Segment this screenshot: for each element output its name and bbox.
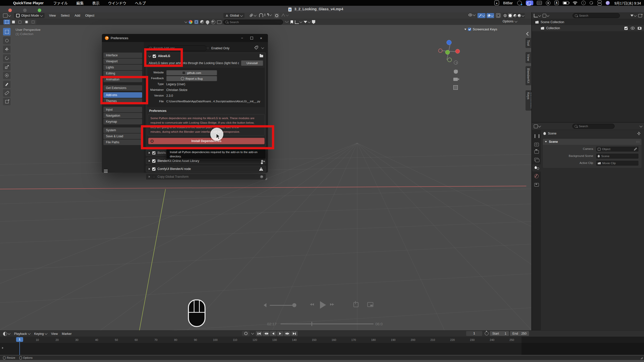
menubar-item-help[interactable]: ヘルプ: [135, 0, 146, 6]
time-machine-icon[interactable]: !: [581, 1, 586, 5]
tab-output-icon[interactable]: [534, 150, 539, 154]
corner-resize-grip-icon[interactable]: [639, 356, 643, 359]
shading-wireframe-icon[interactable]: [503, 14, 507, 17]
gizmo-z-axis[interactable]: [447, 40, 452, 45]
prefs-tab-interface[interactable]: Interface: [103, 53, 142, 58]
options-dropdown[interactable]: Options: [503, 20, 517, 23]
addon-checkbox[interactable]: [152, 151, 155, 155]
auto-keying-button[interactable]: [242, 331, 250, 336]
asset-type-brush-icon[interactable]: [205, 20, 210, 25]
viewport-grid-toggle-icon[interactable]: [453, 85, 458, 90]
snap-target-dropdown[interactable]: [265, 14, 271, 16]
menu-select[interactable]: Select: [61, 14, 70, 17]
asset-type-material-icon[interactable]: [200, 20, 204, 24]
prefs-tab-system[interactable]: System: [103, 127, 142, 133]
asset-type-model-icon[interactable]: [194, 20, 198, 24]
traffic-light-zoom[interactable]: [38, 9, 41, 12]
prefs-tab-lights[interactable]: Lights: [103, 65, 142, 70]
magnet-icon[interactable]: [259, 13, 263, 17]
sidebar-tab-blenderkit[interactable]: BlenderKit: [526, 66, 531, 85]
menu-view[interactable]: View: [49, 14, 56, 17]
outliner-row-scene-collection[interactable]: Scene Collection: [532, 19, 644, 25]
play-status-icon[interactable]: [546, 1, 550, 5]
traffic-light-minimize[interactable]: [23, 9, 27, 12]
qt-share-icon[interactable]: [353, 302, 358, 307]
breadcrumb-scene[interactable]: Scene: [548, 132, 556, 135]
screencast-keys-toggle[interactable]: Screencast Keys: [464, 27, 497, 31]
tool-add-object[interactable]: +: [3, 98, 11, 105]
asset-type-hdr-icon[interactable]: [211, 20, 215, 24]
menubar-item-file[interactable]: ファイル: [53, 0, 68, 6]
show-hide-dropdown[interactable]: [468, 14, 475, 16]
qt-rewind-button[interactable]: [310, 303, 314, 306]
active-clip-field[interactable]: Movie Clip: [596, 161, 638, 166]
timeline-editor-type[interactable]: [3, 332, 10, 336]
prefs-tab-keymap[interactable]: Keymap: [103, 119, 142, 124]
siri-icon[interactable]: [606, 1, 610, 5]
outliner-search-input[interactable]: Search: [573, 13, 620, 18]
channels-collapse-icon[interactable]: [2, 347, 4, 349]
addon-collapse-icon[interactable]: [149, 176, 150, 178]
current-frame-field[interactable]: 1: [466, 331, 482, 336]
select-mode-lasso[interactable]: [23, 20, 30, 24]
tab-world-icon[interactable]: [534, 174, 539, 178]
menubar-item-edit[interactable]: 編集: [76, 0, 84, 6]
report-bug-button[interactable]: Report a Bug: [166, 76, 217, 81]
qt-progress-bar[interactable]: [280, 324, 374, 324]
eyedropper-icon[interactable]: [634, 148, 637, 151]
addon-collapse-icon[interactable]: [149, 152, 150, 154]
collection-hide-icon[interactable]: [631, 27, 635, 30]
bookmark-icon[interactable]: [291, 20, 293, 24]
filter-dropdown[interactable]: [304, 21, 310, 23]
overlays-toggle[interactable]: [487, 13, 494, 18]
sidebar-tab-tool[interactable]: Tool: [526, 38, 531, 48]
gizmo-x-axis-neg[interactable]: [438, 49, 442, 53]
outliner-row-collection[interactable]: Collection: [532, 25, 644, 31]
preferences-titlebar[interactable]: Preferences − ×: [102, 34, 268, 42]
window-resize-grip-icon[interactable]: [264, 177, 267, 180]
viewport-pan-icon[interactable]: [454, 69, 458, 74]
tool-move[interactable]: [3, 46, 11, 53]
collection-render-icon[interactable]: [638, 27, 641, 30]
menubar-item-view[interactable]: 表示: [92, 0, 99, 6]
select-mode-circle[interactable]: [17, 20, 23, 24]
addon-row-copy-global-transform[interactable]: Copy Global Transform: [146, 174, 266, 180]
menu-add[interactable]: Add: [75, 14, 80, 17]
properties-options-chevron-icon[interactable]: [639, 124, 642, 127]
tab-tool-icon[interactable]: [535, 134, 539, 138]
timeline-menu-keying[interactable]: Keying: [34, 332, 47, 336]
prefs-tab-save-load[interactable]: Save & Load: [103, 133, 142, 139]
timeline-menu-view[interactable]: View: [51, 332, 58, 336]
qt-pip-icon[interactable]: [367, 302, 373, 307]
screencast-keys-disclosure-icon[interactable]: [464, 29, 466, 30]
free-assets-icon[interactable]: [285, 21, 289, 24]
record-status-icon[interactable]: [517, 1, 522, 5]
timeline-menu-playback[interactable]: Playback: [14, 332, 30, 336]
camera-field[interactable]: Object: [596, 147, 638, 152]
orientation-dropdown[interactable]: Global: [223, 13, 245, 18]
traffic-light-close[interactable]: [8, 9, 12, 12]
screen-mirroring-icon[interactable]: [526, 1, 533, 5]
bitbar-status-item[interactable]: BitBar: [503, 1, 513, 5]
tool-rotate[interactable]: [3, 54, 11, 62]
prefs-tab-editing[interactable]: Editing: [103, 71, 142, 76]
pin-icon[interactable]: [637, 132, 640, 135]
menubar-app-name[interactable]: QuickTime Player: [13, 1, 44, 5]
properties-search-input[interactable]: Search: [572, 124, 615, 129]
next-keyframe-button[interactable]: [284, 331, 291, 336]
prev-keyframe-button[interactable]: [263, 331, 269, 336]
prefs-tab-navigation[interactable]: Navigation: [103, 113, 142, 118]
tab-collection-icon[interactable]: [534, 183, 539, 187]
blenderkit-logo-icon[interactable]: [189, 20, 192, 24]
addon-collapse-icon[interactable]: [149, 160, 150, 162]
shading-solid-icon[interactable]: [508, 13, 512, 18]
outliner-new-collection-icon[interactable]: +: [638, 14, 642, 17]
battery-icon[interactable]: [563, 1, 569, 5]
addon-folder-icon[interactable]: [260, 55, 263, 57]
shading-material-icon[interactable]: [513, 14, 517, 17]
auto-keying-chevron-icon[interactable]: [251, 332, 254, 334]
tool-measure[interactable]: [3, 89, 11, 97]
menubar-item-window[interactable]: ウインドウ: [108, 0, 126, 6]
proportional-edit-icon[interactable]: [274, 13, 279, 18]
enabled-only-checkbox[interactable]: [206, 47, 210, 50]
